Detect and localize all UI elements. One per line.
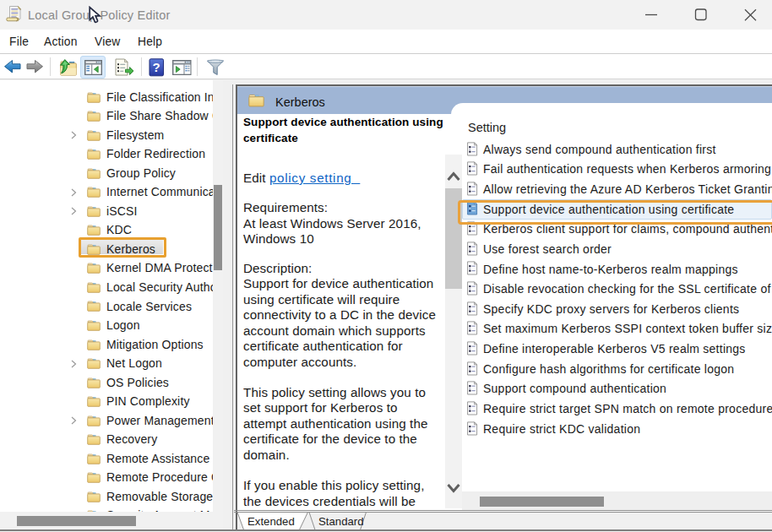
svg-text:Extended: Extended	[247, 515, 295, 528]
svg-text:Standard: Standard	[318, 515, 364, 528]
svg-text:?: ?	[153, 60, 160, 74]
